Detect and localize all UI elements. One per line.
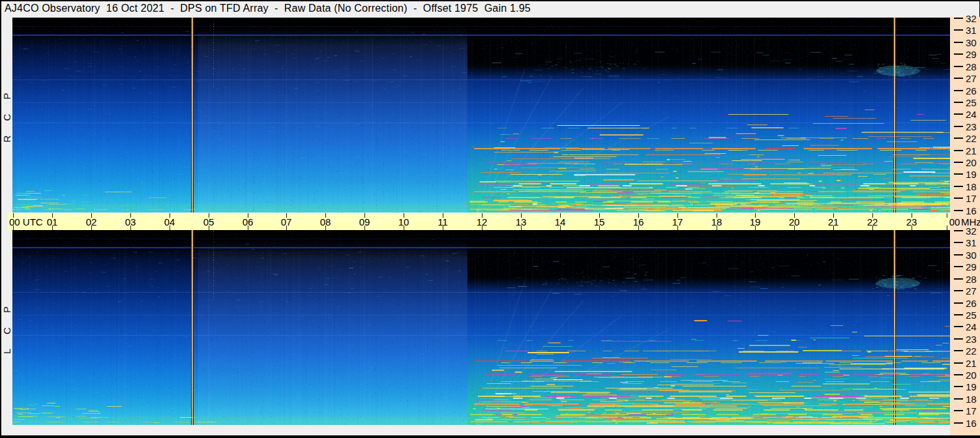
time-label-23: 23 <box>898 216 925 227</box>
time-axis: 00 UTC0102030405060708091011121314151617… <box>8 213 950 230</box>
freq-tick-rcp-28 <box>954 66 963 67</box>
rcp-polarization-label: R C P <box>1 87 12 142</box>
frame-bottom <box>0 435 980 438</box>
freq-tick-lcp-18 <box>954 398 963 400</box>
freq-label-rcp-16: 16 <box>966 205 980 216</box>
freq-label-lcp-32: 32 <box>966 226 980 237</box>
time-label-13: 13 <box>508 216 534 227</box>
freq-label-rcp-31: 31 <box>966 25 980 36</box>
frame-left <box>0 0 1 438</box>
freq-tick-rcp-18 <box>954 186 963 187</box>
time-label-22: 22 <box>859 216 885 227</box>
freq-tick-rcp-24 <box>954 113 963 115</box>
freq-label-lcp-28: 28 <box>966 274 980 285</box>
freq-label-lcp-17: 17 <box>966 405 980 416</box>
freq-label-lcp-26: 26 <box>966 298 980 309</box>
freq-label-lcp-25: 25 <box>966 310 980 321</box>
lcp-polarization-label: L C P <box>1 300 12 354</box>
freq-label-lcp-22: 22 <box>966 345 980 357</box>
freq-label-rcp-32: 32 <box>966 13 980 24</box>
time-label-09: 09 <box>351 216 378 227</box>
time-label-06: 06 <box>235 216 261 227</box>
freq-label-lcp-20: 20 <box>966 370 980 381</box>
page-title: AJ4CO Observatory 16 Oct 2021 - DPS on T… <box>5 3 531 14</box>
freq-tick-lcp-22 <box>954 350 963 351</box>
freq-tick-rcp-27 <box>954 78 963 79</box>
freq-label-rcp-25: 25 <box>966 97 980 108</box>
title-bar: AJ4CO Observatory 16 Oct 2021 - DPS on T… <box>1 1 979 17</box>
freq-tick-lcp-32 <box>954 230 963 231</box>
freq-tick-lcp-20 <box>954 374 963 375</box>
time-label-20: 20 <box>781 216 807 227</box>
freq-label-rcp-24: 24 <box>966 109 980 120</box>
freq-tick-rcp-30 <box>954 42 963 43</box>
freq-label-rcp-27: 27 <box>966 73 980 84</box>
freq-tick-rcp-16 <box>954 210 963 211</box>
freq-tick-lcp-23 <box>954 338 963 340</box>
time-label-16: 16 <box>625 216 651 227</box>
freq-tick-lcp-16 <box>954 422 963 424</box>
freq-tick-lcp-17 <box>954 410 963 411</box>
time-label-11: 11 <box>430 216 456 227</box>
freq-label-rcp-29: 29 <box>966 49 980 60</box>
freq-tick-lcp-25 <box>954 314 963 315</box>
freq-label-lcp-21: 21 <box>966 358 980 369</box>
freq-tick-lcp-31 <box>954 242 963 243</box>
freq-label-lcp-29: 29 <box>966 261 980 272</box>
freq-label-lcp-27: 27 <box>966 285 980 297</box>
freq-tick-lcp-26 <box>954 302 963 304</box>
freq-tick-rcp-25 <box>954 102 963 103</box>
time-label-17: 17 <box>664 216 690 227</box>
freq-tick-rcp-29 <box>954 53 963 55</box>
freq-tick-rcp-22 <box>954 138 963 139</box>
freq-label-lcp-19: 19 <box>966 381 980 392</box>
freq-label-rcp-26: 26 <box>966 85 980 96</box>
freq-label-rcp-28: 28 <box>966 61 980 72</box>
time-label-12: 12 <box>469 216 495 227</box>
freq-label-rcp-20: 20 <box>966 157 980 168</box>
freq-label-rcp-30: 30 <box>966 37 980 48</box>
freq-label-lcp-24: 24 <box>966 321 980 332</box>
time-label-18: 18 <box>704 216 730 227</box>
spectrogram-viewer: AJ4CO Observatory 16 Oct 2021 - DPS on T… <box>0 0 980 438</box>
freq-label-rcp-18: 18 <box>966 181 980 192</box>
freq-tick-lcp-24 <box>954 326 963 327</box>
freq-label-rcp-19: 19 <box>966 169 980 180</box>
lcp-spectrogram <box>12 230 950 425</box>
freq-tick-lcp-30 <box>954 254 963 256</box>
freq-tick-rcp-17 <box>954 197 963 199</box>
rcp-spectrogram <box>12 18 950 212</box>
freq-tick-rcp-32 <box>954 18 963 19</box>
time-label-08: 08 <box>312 216 338 227</box>
time-label-02: 02 <box>78 216 104 227</box>
time-label-01: 01 <box>39 216 65 227</box>
time-label-10: 10 <box>391 216 417 227</box>
freq-label-rcp-23: 23 <box>966 121 980 132</box>
freq-tick-rcp-19 <box>954 173 963 175</box>
freq-tick-rcp-26 <box>954 90 963 91</box>
freq-label-rcp-22: 22 <box>966 133 980 144</box>
freq-tick-rcp-31 <box>954 29 963 31</box>
freq-tick-rcp-20 <box>954 162 963 163</box>
freq-label-lcp-31: 31 <box>966 237 980 248</box>
freq-tick-rcp-21 <box>954 150 963 151</box>
freq-label-rcp-21: 21 <box>966 145 980 156</box>
time-label-15: 15 <box>586 216 612 227</box>
time-label-14: 14 <box>547 216 573 227</box>
freq-label-lcp-23: 23 <box>966 334 980 345</box>
time-label-21: 21 <box>820 216 846 227</box>
time-label-07: 07 <box>273 216 299 227</box>
time-label-03: 03 <box>117 216 143 227</box>
freq-label-rcp-17: 17 <box>966 193 980 204</box>
freq-tick-lcp-19 <box>954 386 963 387</box>
freq-label-lcp-16: 16 <box>966 418 980 429</box>
freq-label-lcp-30: 30 <box>966 250 980 261</box>
freq-tick-lcp-27 <box>954 290 963 291</box>
freq-tick-lcp-21 <box>954 362 963 364</box>
freq-label-lcp-18: 18 <box>966 394 980 405</box>
freq-tick-lcp-28 <box>954 278 963 280</box>
time-label-04: 04 <box>156 216 183 227</box>
freq-tick-lcp-29 <box>954 266 963 267</box>
freq-tick-rcp-23 <box>954 126 963 127</box>
time-label-19: 19 <box>742 216 768 227</box>
